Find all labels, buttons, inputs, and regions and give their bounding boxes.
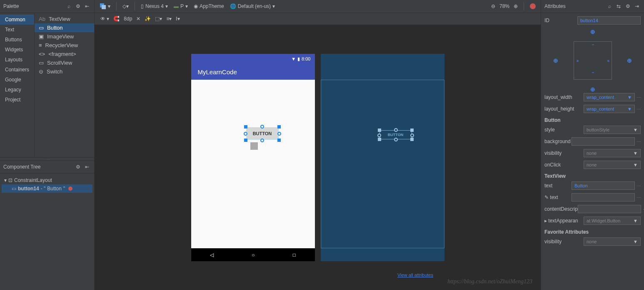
layout-height-dropdown[interactable]: wrap_content▼ <box>584 105 635 113</box>
back-icon: ◁ <box>210 252 214 258</box>
background-field[interactable] <box>572 137 635 146</box>
api-selector[interactable]: ▬ P ▾ <box>172 3 190 10</box>
constraint-handle[interactable] <box>410 134 414 137</box>
add-constraint-top[interactable]: ⊕ <box>590 29 596 35</box>
view-options-icon[interactable]: 👁 ▾ <box>100 16 109 22</box>
palette-item-switch[interactable]: ⊝Switch <box>35 67 94 76</box>
add-constraint-left[interactable]: ⊕ <box>553 58 559 63</box>
blueprint-button-widget[interactable]: BUTTON <box>379 130 412 139</box>
add-constraint-right[interactable]: ⊕ <box>627 58 632 63</box>
magnet-icon[interactable]: 🧲 <box>113 16 120 22</box>
constraint-handle[interactable] <box>277 132 281 136</box>
battery-icon: ▮ <box>297 56 300 62</box>
onclick-dropdown[interactable]: none▼ <box>584 161 641 169</box>
resize-handle[interactable] <box>244 125 247 129</box>
fav-visibility-dropdown[interactable]: none▼ <box>584 237 641 246</box>
design-surface-icon[interactable]: ▾ <box>98 2 112 10</box>
constraint-handle[interactable] <box>394 128 398 132</box>
resize-handle[interactable] <box>277 125 281 129</box>
palette-item-button[interactable]: ▭Button <box>35 23 94 32</box>
recent-icon: □ <box>293 252 296 258</box>
constraint-handle[interactable] <box>260 125 264 129</box>
warnings-icon[interactable] <box>528 3 537 10</box>
palette-item-imageview[interactable]: ▣ImageView <box>35 32 94 41</box>
palette-cat-layouts[interactable]: Layouts <box>0 55 34 65</box>
add-constraint-bottom[interactable]: ⊕ <box>590 86 596 92</box>
resize-handle[interactable] <box>410 129 414 132</box>
palette-cat-project[interactable]: Project <box>0 95 34 105</box>
text-field[interactable] <box>572 182 635 190</box>
palette-cat-containers[interactable]: Containers <box>0 65 34 75</box>
view-all-attributes-link[interactable]: View all attributes <box>397 272 433 277</box>
tree-root[interactable]: ▾ ⊡ ConstraintLayout <box>2 176 92 184</box>
text-appearance-dropdown[interactable]: at.Widget.Button▼ <box>584 217 641 225</box>
attributes-header: Attributes ⌕ ⇆ ⚙ ⇥ <box>541 0 644 13</box>
wifi-icon: ▼ <box>291 56 296 61</box>
selected-button-widget[interactable]: BUTTON <box>246 127 279 140</box>
locale-selector[interactable]: 🌐 Default (en-us) ▾ <box>228 3 277 10</box>
theme-selector[interactable]: ◉ AppTheme <box>192 3 226 10</box>
device-selector[interactable]: ▯ Nexus 4 ▾ <box>139 3 170 10</box>
resize-handle[interactable] <box>378 129 381 132</box>
design-toolbar: ▾ ◇▾ ▯ Nexus 4 ▾ ▬ P ▾ ◉ AppTheme 🌐 Defa… <box>95 0 541 13</box>
resize-handle[interactable] <box>277 139 281 142</box>
palette-cat-common[interactable]: Common <box>0 15 34 25</box>
search-icon[interactable]: ⌕ <box>65 3 72 10</box>
design-content[interactable]: BUTTON <box>191 80 315 248</box>
collapse-icon[interactable]: ⇥ <box>633 3 641 10</box>
palette-cat-buttons[interactable]: Buttons <box>0 35 34 45</box>
pack-icon[interactable]: ⬚▾ <box>155 16 162 22</box>
constraint-handle[interactable] <box>244 132 247 136</box>
palette-item-textview[interactable]: AbTextView <box>35 15 94 23</box>
gear-icon[interactable]: ⚙ <box>624 3 632 10</box>
palette-header: Palette ⌕ ⚙ ⇤ <box>0 0 94 13</box>
resize-handle[interactable] <box>378 138 381 141</box>
palette-cat-google[interactable]: Google <box>0 75 34 85</box>
guidelines-icon[interactable]: Ⅰ▾ <box>176 16 180 22</box>
palette-categories: Common Text Buttons Widgets Layouts Cont… <box>0 13 35 157</box>
panel-grip[interactable]: ┈┈┈ <box>0 157 94 161</box>
resize-handle[interactable] <box>410 138 414 141</box>
collapse-icon[interactable]: ⇤ <box>83 163 91 171</box>
palette-cat-widgets[interactable]: Widgets <box>0 45 34 55</box>
tree-child-button14[interactable]: ▭ button14 - "Button" <box>2 184 92 193</box>
design-canvas[interactable]: ▼ ▮ 8:00 MyLearnCode BUTTON <box>95 25 541 290</box>
palette-cat-legacy[interactable]: Legacy <box>0 85 34 95</box>
error-icon[interactable] <box>68 187 72 191</box>
content-description-field[interactable] <box>578 205 641 213</box>
design-text-field[interactable] <box>572 193 635 202</box>
zoom-in-icon[interactable]: ⊕ <box>512 3 519 10</box>
resize-handle[interactable] <box>244 139 247 142</box>
watermark: https://blog.csdn.net/oZhuiMeng123 <box>447 278 532 285</box>
search-icon[interactable]: ⌕ <box>606 3 613 10</box>
constraint-handle[interactable] <box>394 138 398 141</box>
design-preview[interactable]: ▼ ▮ 8:00 MyLearnCode BUTTON <box>191 54 315 261</box>
palette-item-fragment[interactable]: <><fragment> <box>35 50 94 58</box>
align-icon[interactable]: ≡▾ <box>166 16 172 22</box>
clock: 8:00 <box>302 56 310 61</box>
palette-cat-text[interactable]: Text <box>0 25 34 35</box>
expand-icon[interactable]: ⇆ <box>615 3 622 10</box>
zoom-out-icon[interactable]: ⊖ <box>489 3 497 10</box>
id-field[interactable] <box>577 16 641 25</box>
palette-item-recyclerview[interactable]: ≡RecyclerView <box>35 41 94 50</box>
orientation-icon[interactable]: ◇▾ <box>121 3 130 10</box>
constraint-widget[interactable]: ⊕ ⊕ ⊕ ⊕ ˇˇˇ ˆˆˆ ››› ‹‹‹ <box>544 28 641 93</box>
visibility-dropdown[interactable]: none▼ <box>584 149 641 157</box>
blueprint-preview[interactable]: BUTTON <box>321 54 444 261</box>
gear-icon[interactable]: ⚙ <box>74 163 82 171</box>
palette-item-list: AbTextView ▭Button ▣ImageView ≡RecyclerV… <box>35 13 94 157</box>
palette-item-scrollview[interactable]: ▭ScrollView <box>35 58 94 67</box>
style-dropdown[interactable]: buttonStyle▼ <box>584 126 641 134</box>
baseline-indicator[interactable] <box>250 142 258 150</box>
constraint-handle[interactable] <box>377 134 381 137</box>
clear-constraints-icon[interactable]: ✕ <box>136 16 140 22</box>
chevron-down-icon: ▾ <box>4 177 7 183</box>
infer-constraints-icon[interactable]: ✨ <box>145 16 151 22</box>
layout-width-dropdown[interactable]: wrap_content▼ <box>584 93 635 101</box>
gear-icon[interactable]: ⚙ <box>74 3 82 10</box>
constraint-handle[interactable] <box>260 139 264 142</box>
layout-icon: ⊡ <box>8 177 12 183</box>
collapse-icon[interactable]: ⇤ <box>83 3 91 10</box>
default-margin[interactable]: 8dp <box>124 16 132 22</box>
